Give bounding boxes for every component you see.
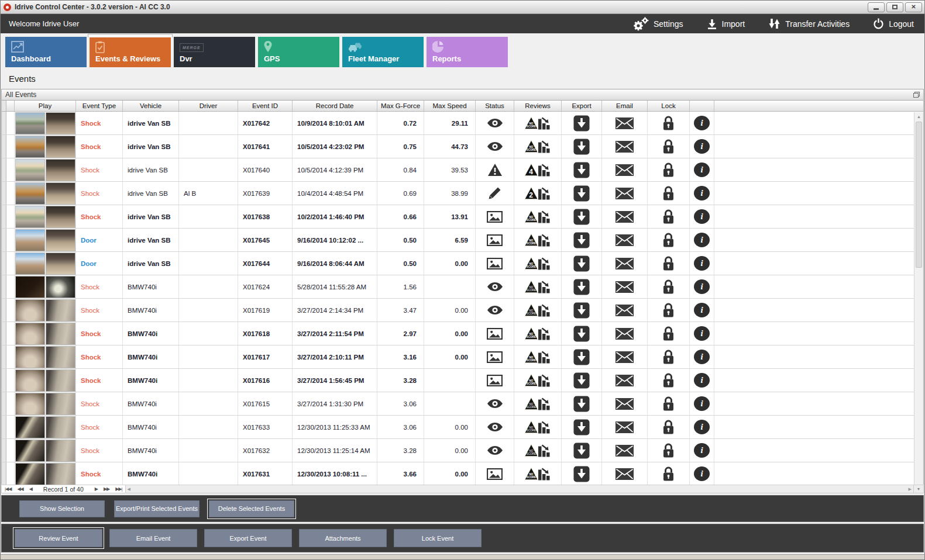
- export-icon[interactable]: [562, 182, 602, 205]
- export-icon[interactable]: [562, 416, 602, 438]
- lock-icon[interactable]: [648, 252, 690, 275]
- info-icon[interactable]: i: [690, 229, 714, 251]
- prev-page-button[interactable]: ◀◀: [14, 486, 26, 492]
- row-selector[interactable]: [2, 462, 6, 485]
- export-icon[interactable]: [562, 392, 602, 415]
- cabin-camera-thumbnail[interactable]: [46, 416, 75, 438]
- email-icon[interactable]: [602, 275, 648, 298]
- logout-button[interactable]: Logout: [873, 18, 914, 29]
- table-row[interactable]: Door idrive Van SB X017644 9/16/2014 8:0…: [2, 252, 923, 275]
- lock-icon[interactable]: [648, 439, 690, 462]
- event-thumbnails[interactable]: [15, 439, 76, 462]
- info-icon[interactable]: i: [690, 205, 714, 228]
- review-score-icon[interactable]: NOSCORE: [514, 205, 562, 228]
- event-thumbnails[interactable]: [15, 462, 76, 485]
- info-icon[interactable]: i: [690, 369, 714, 392]
- table-row[interactable]: Shock BMW740i X017616 3/27/2014 1:56:45 …: [2, 369, 923, 392]
- scroll-down-icon[interactable]: ▼: [913, 485, 923, 493]
- event-thumbnails[interactable]: [15, 112, 76, 134]
- lock-icon[interactable]: [648, 135, 690, 158]
- review-score-icon[interactable]: NOSCORE: [514, 112, 562, 134]
- row-selector[interactable]: [2, 229, 6, 251]
- row-selector[interactable]: [2, 299, 6, 322]
- front-camera-thumbnail[interactable]: [15, 463, 45, 485]
- restore-panel-icon[interactable]: [913, 92, 920, 98]
- cabin-camera-thumbnail[interactable]: [46, 276, 75, 298]
- row-selector[interactable]: [2, 182, 6, 205]
- lock-icon[interactable]: [648, 205, 690, 228]
- cabin-camera-thumbnail[interactable]: [46, 159, 75, 181]
- cabin-camera-thumbnail[interactable]: [46, 369, 75, 392]
- scroll-left-icon[interactable]: ◀: [128, 487, 130, 492]
- export-icon[interactable]: [562, 439, 602, 462]
- tab-events-reviews[interactable]: Events & Reviews: [90, 37, 171, 67]
- export-icon[interactable]: [562, 275, 602, 298]
- header-vehicle[interactable]: Vehicle: [123, 101, 179, 111]
- table-row[interactable]: Shock idrive Van SB X017641 10/5/2014 4:…: [2, 135, 923, 158]
- export-icon[interactable]: [562, 345, 602, 368]
- scroll-up-icon[interactable]: ▲: [914, 112, 923, 121]
- row-selector[interactable]: [2, 135, 6, 158]
- email-icon[interactable]: [602, 158, 648, 181]
- info-icon[interactable]: i: [690, 462, 714, 485]
- table-row[interactable]: Door idrive Van SB X017645 9/16/2014 10:…: [2, 229, 923, 252]
- front-camera-thumbnail[interactable]: [15, 206, 45, 228]
- review-score-icon[interactable]: 4: [514, 158, 562, 181]
- header-reviews[interactable]: Reviews: [514, 101, 562, 111]
- email-icon[interactable]: [602, 369, 648, 392]
- tab-dashboard[interactable]: Dashboard: [5, 37, 87, 67]
- front-camera-thumbnail[interactable]: [15, 229, 45, 251]
- info-icon[interactable]: i: [690, 322, 714, 345]
- row-selector[interactable]: [2, 392, 6, 415]
- info-icon[interactable]: i: [690, 275, 714, 298]
- front-camera-thumbnail[interactable]: [15, 323, 45, 345]
- event-thumbnails[interactable]: [15, 135, 76, 158]
- cabin-camera-thumbnail[interactable]: [46, 206, 75, 228]
- email-icon[interactable]: [602, 462, 648, 485]
- row-selector[interactable]: [2, 158, 6, 181]
- info-icon[interactable]: i: [690, 345, 714, 368]
- table-row[interactable]: Shock idrive Van SB X017638 10/2/2014 1:…: [2, 205, 923, 229]
- import-button[interactable]: Import: [707, 19, 745, 29]
- front-camera-thumbnail[interactable]: [15, 112, 45, 134]
- info-icon[interactable]: i: [690, 299, 714, 322]
- lock-icon[interactable]: [648, 182, 690, 205]
- email-icon[interactable]: [602, 416, 648, 438]
- delete-selected-button[interactable]: Delete Selected Events: [209, 500, 294, 517]
- export-icon[interactable]: [562, 369, 602, 392]
- review-score-icon[interactable]: NOSCORE: [514, 416, 562, 438]
- lock-icon[interactable]: [648, 322, 690, 345]
- review-score-icon[interactable]: NOSCORE: [514, 229, 562, 251]
- lock-icon[interactable]: [648, 416, 690, 438]
- email-event-button[interactable]: Email Event: [109, 529, 197, 547]
- table-row[interactable]: Shock BMW740i X017631 12/30/2013 10:08:1…: [2, 462, 923, 485]
- lock-icon[interactable]: [648, 275, 690, 298]
- email-icon[interactable]: [602, 439, 648, 462]
- row-selector[interactable]: [2, 275, 6, 298]
- event-thumbnails[interactable]: [15, 252, 76, 275]
- event-thumbnails[interactable]: [15, 392, 76, 415]
- export-icon[interactable]: [562, 229, 602, 251]
- review-score-icon[interactable]: NOSCORE: [514, 462, 562, 485]
- row-selector[interactable]: [2, 252, 6, 275]
- export-icon[interactable]: [562, 252, 602, 275]
- front-camera-thumbnail[interactable]: [15, 393, 45, 415]
- front-camera-thumbnail[interactable]: [15, 299, 45, 322]
- email-icon[interactable]: [602, 392, 648, 415]
- table-row[interactable]: Shock idrive Van SB X017640 10/5/2014 4:…: [2, 158, 923, 182]
- lock-icon[interactable]: [648, 462, 690, 485]
- lock-event-button[interactable]: Lock Event: [394, 529, 482, 547]
- front-camera-thumbnail[interactable]: [15, 440, 45, 462]
- info-icon[interactable]: i: [690, 392, 714, 415]
- horizontal-scrollbar[interactable]: ◀ ▶: [125, 485, 913, 493]
- header-event-type[interactable]: Event Type: [76, 101, 123, 111]
- tab-fleet-manager[interactable]: Fleet Manager: [342, 37, 424, 67]
- cabin-camera-thumbnail[interactable]: [46, 112, 75, 134]
- cabin-camera-thumbnail[interactable]: [46, 346, 75, 368]
- export-icon[interactable]: [562, 112, 602, 134]
- cabin-camera-thumbnail[interactable]: [46, 136, 75, 158]
- lock-icon[interactable]: [648, 229, 690, 251]
- review-score-icon[interactable]: NOSCORE: [514, 135, 562, 158]
- cabin-camera-thumbnail[interactable]: [46, 253, 75, 275]
- lock-icon[interactable]: [648, 299, 690, 322]
